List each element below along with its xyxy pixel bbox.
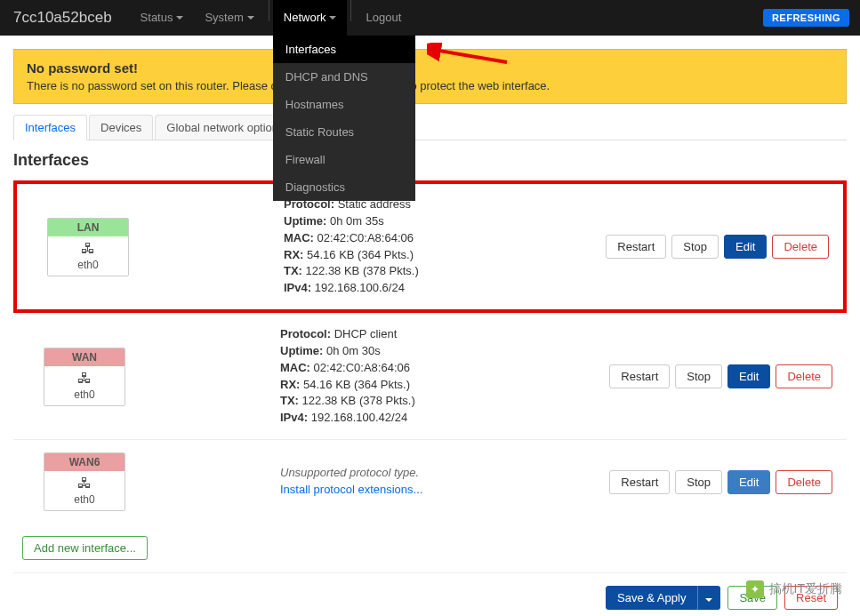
interface-row-wan6: WAN6 🖧 eth0 Unsupported protocol type. I… <box>13 439 847 524</box>
interface-dev: eth0 <box>77 259 98 271</box>
tab-devices[interactable]: Devices <box>89 115 153 140</box>
chevron-down-icon <box>705 598 712 602</box>
interface-name: LAN <box>48 219 128 236</box>
separator <box>269 0 269 21</box>
dropdown-hostnames[interactable]: Hostnames <box>273 91 415 118</box>
interface-actions: Restart Stop Edit Delete <box>609 470 838 494</box>
interface-row-lan: LAN 🖧 eth0 Protocol: Static address Upti… <box>13 180 847 313</box>
ethernet-icon: 🖧 <box>44 371 125 387</box>
brand: 7cc10a52bceb <box>13 9 112 27</box>
interface-dev: eth0 <box>74 388 94 401</box>
wechat-icon: ✦ <box>746 580 764 598</box>
stop-button[interactable]: Stop <box>671 235 719 259</box>
footer-actions: Save & Apply Save Reset <box>13 572 847 616</box>
save-apply-button[interactable]: Save & Apply <box>606 586 697 610</box>
refresh-badge: REFRESHING <box>763 9 849 27</box>
interface-actions: Restart Stop Edit Delete <box>609 364 838 388</box>
add-row: Add new interface... <box>13 524 847 572</box>
tab-interfaces[interactable]: Interfaces <box>13 115 87 140</box>
dropdown-diagnostics[interactable]: Diagnostics <box>273 173 415 201</box>
edit-button[interactable]: Edit <box>724 235 767 259</box>
svg-line-0 <box>434 50 507 62</box>
interface-badge: LAN 🖧 eth0 <box>47 218 129 276</box>
interface-badge: WAN6 🖧 eth0 <box>44 452 125 511</box>
interface-name: WAN <box>44 348 125 366</box>
add-interface-button[interactable]: Add new interface... <box>22 536 148 560</box>
page-title: Interfaces <box>13 151 847 170</box>
interface-name: WAN6 <box>44 453 125 471</box>
interface-info: Protocol: Static address Uptime: 0h 0m 3… <box>284 196 606 297</box>
nav-logout[interactable]: Logout <box>355 0 412 36</box>
alert-text: There is no password set on this router.… <box>27 79 833 92</box>
interface-row-wan: WAN 🖧 eth0 Protocol: DHCP client Uptime:… <box>13 313 847 439</box>
unsupported-text: Unsupported protocol type. <box>280 465 609 482</box>
nav-network[interactable]: Network <box>273 0 348 36</box>
chevron-down-icon <box>329 16 336 20</box>
edit-button[interactable]: Edit <box>727 364 770 388</box>
edit-button[interactable]: Edit <box>727 470 770 494</box>
chevron-down-icon <box>247 16 254 20</box>
restart-button[interactable]: Restart <box>606 235 666 259</box>
interface-actions: Restart Stop Edit Delete <box>606 235 834 259</box>
network-dropdown: Interfaces DHCP and DNS Hostnames Static… <box>273 36 415 201</box>
restart-button[interactable]: Restart <box>609 470 670 494</box>
main-container: No password set! There is no password se… <box>0 36 860 616</box>
interface-badge: WAN 🖧 eth0 <box>44 348 125 406</box>
nav-system[interactable]: System <box>194 0 264 36</box>
dropdown-firewall[interactable]: Firewall <box>273 146 415 173</box>
dropdown-interfaces[interactable]: Interfaces <box>273 36 415 63</box>
nav-status[interactable]: Status <box>130 0 195 36</box>
save-apply-dropdown[interactable] <box>697 586 720 610</box>
delete-button[interactable]: Delete <box>776 470 832 494</box>
install-extensions-link[interactable]: Install protocol extensions... <box>280 483 422 496</box>
stop-button[interactable]: Stop <box>675 364 722 388</box>
ethernet-icon: 🖧 <box>48 241 128 257</box>
watermark: ✦ 搞机IT爱折腾 <box>746 580 842 598</box>
save-apply-group: Save & Apply <box>606 586 720 610</box>
interface-info: Unsupported protocol type. Install proto… <box>280 465 609 499</box>
restart-button[interactable]: Restart <box>609 364 670 388</box>
tabs: Interfaces Devices Global network option… <box>13 115 847 140</box>
navbar: 7cc10a52bceb Status System Network Inter… <box>0 0 860 36</box>
interface-info: Protocol: DHCP client Uptime: 0h 0m 30s … <box>280 326 609 427</box>
interface-dev: eth0 <box>74 493 94 506</box>
ethernet-icon: 🖧 <box>44 476 125 492</box>
separator <box>350 0 351 21</box>
delete-button[interactable]: Delete <box>776 364 832 388</box>
chevron-down-icon <box>176 16 183 20</box>
stop-button[interactable]: Stop <box>675 470 722 494</box>
delete-button[interactable]: Delete <box>772 235 829 259</box>
navbar-nav: Status System Network Interfaces DHCP an… <box>130 0 413 36</box>
dropdown-static-routes[interactable]: Static Routes <box>273 118 415 146</box>
dropdown-dhcp-dns[interactable]: DHCP and DNS <box>273 63 415 91</box>
annotation-arrow <box>427 43 516 69</box>
